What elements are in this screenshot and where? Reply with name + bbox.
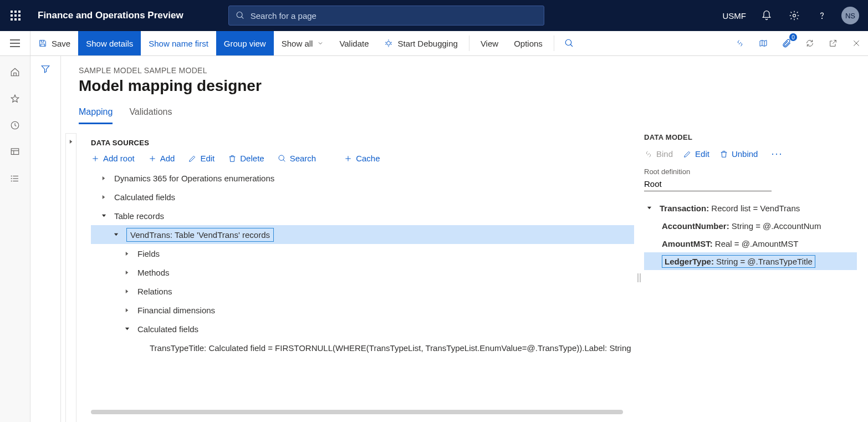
filter-rail — [30, 56, 61, 422]
options-dropdown[interactable]: Options — [506, 31, 550, 55]
tree-node-calculated-fields[interactable]: Calculated fields — [91, 187, 634, 206]
app-launcher-icon[interactable] — [0, 0, 31, 31]
tree-node-vendtrans[interactable]: VendTrans: Table 'VendTrans' records — [91, 225, 634, 244]
chevron-right-icon — [69, 139, 74, 144]
navigation-rail — [0, 56, 30, 422]
dm-node-accountnumber[interactable]: AccountNumber: String = @.AccountNum — [644, 217, 857, 235]
svg-line-15 — [570, 44, 573, 47]
close-button[interactable] — [845, 31, 868, 55]
horizontal-scrollbar[interactable] — [91, 410, 623, 414]
expand-icon[interactable] — [99, 192, 109, 202]
content: SAMPLE MODEL SAMPLE MODEL Model mapping … — [61, 56, 868, 422]
expand-icon[interactable] — [122, 286, 132, 296]
edit-binding-button[interactable]: Edit — [683, 149, 709, 159]
expand-icon[interactable] — [99, 173, 109, 183]
map-button[interactable] — [752, 31, 775, 55]
collapse-icon[interactable] — [111, 230, 121, 240]
link-button[interactable] — [728, 31, 752, 55]
add-button[interactable]: Add — [148, 154, 175, 163]
expand-icon[interactable] — [122, 305, 132, 315]
refresh-button[interactable] — [798, 31, 821, 55]
save-button[interactable]: Save — [30, 31, 78, 55]
page-header: SAMPLE MODEL SAMPLE MODEL Model mapping … — [61, 56, 868, 124]
nav-toggle-button[interactable] — [0, 31, 30, 55]
show-all-dropdown[interactable]: Show all — [274, 31, 332, 55]
more-actions-button[interactable]: ··· — [771, 148, 783, 160]
recent-button[interactable] — [3, 114, 27, 137]
workspace-icon — [10, 147, 20, 157]
svg-point-0 — [237, 12, 242, 18]
delete-button[interactable]: Delete — [228, 154, 264, 163]
close-icon — [852, 39, 861, 48]
panel-collapse-handle[interactable] — [65, 133, 76, 422]
user-avatar[interactable]: NS — [841, 7, 859, 24]
notifications-icon[interactable] — [754, 0, 779, 31]
tree-node-relations[interactable]: Relations — [91, 282, 634, 301]
tab-validations[interactable]: Validations — [129, 107, 172, 124]
tree-node-calculated-fields-2[interactable]: Calculated fields — [91, 319, 634, 338]
dm-node-transaction[interactable]: Transaction: Record list = VendTrans — [644, 199, 857, 217]
collapse-icon[interactable] — [122, 324, 132, 334]
collapse-icon[interactable] — [644, 203, 654, 213]
grip-icon — [637, 272, 641, 283]
svg-point-26 — [11, 179, 12, 179]
tree-node-fields[interactable]: Fields — [91, 244, 634, 263]
tree-node-table-records[interactable]: Table records — [91, 206, 634, 225]
toolbar-search-button[interactable] — [558, 31, 581, 55]
global-search[interactable] — [228, 6, 544, 26]
filter-button[interactable] — [40, 64, 50, 422]
star-icon — [10, 94, 20, 104]
settings-icon[interactable] — [782, 0, 807, 31]
tree-node-transtypetitle[interactable]: TransTypeTitle: Calculated field = FIRST… — [91, 338, 634, 357]
dm-node-ledgertype[interactable]: LedgerType: String = @.TransTypeTitle — [644, 252, 857, 270]
view-dropdown[interactable]: View — [473, 31, 506, 55]
unbind-button[interactable]: Unbind — [719, 149, 758, 159]
workspaces-button[interactable] — [3, 140, 27, 164]
svg-line-10 — [385, 42, 386, 43]
dm-node-amountmst[interactable]: AmountMST: Real = @.AmountMST — [644, 235, 857, 252]
search-button[interactable]: Search — [278, 154, 316, 163]
popout-icon — [829, 39, 838, 48]
company-code[interactable]: USMF — [717, 11, 752, 21]
modules-button[interactable] — [3, 167, 27, 190]
group-view-button[interactable]: Group view — [216, 31, 274, 55]
home-button[interactable] — [3, 60, 27, 84]
tree-node-financial-dimensions[interactable]: Financial dimensions — [91, 301, 634, 319]
expand-icon[interactable] — [122, 248, 132, 258]
cache-button[interactable]: Cache — [344, 154, 380, 163]
trash-icon — [228, 154, 237, 163]
clock-icon — [10, 120, 20, 130]
svg-point-25 — [11, 176, 12, 176]
help-icon[interactable] — [809, 0, 835, 31]
panel-splitter[interactable] — [634, 133, 644, 422]
root-definition-input[interactable] — [644, 177, 772, 191]
data-sources-tree: Dynamics 365 for Operations enumerations… — [91, 169, 634, 404]
favorites-button[interactable] — [3, 87, 27, 110]
attachments-button[interactable]: 0 — [775, 31, 798, 55]
plus-icon — [344, 154, 353, 163]
add-root-button[interactable]: Add root — [91, 154, 135, 163]
attachments-badge: 0 — [789, 33, 797, 41]
data-model-title: DATA MODEL — [644, 133, 857, 141]
workspace: DATA SOURCES Add root Add Edit Delete Se… — [61, 124, 868, 422]
tree-node-methods[interactable]: Methods — [91, 263, 634, 282]
search-icon — [564, 38, 574, 48]
svg-point-3 — [822, 18, 823, 19]
tab-mapping[interactable]: Mapping — [79, 107, 113, 124]
start-debugging-button[interactable]: Start Debugging — [376, 31, 465, 55]
svg-line-12 — [385, 44, 386, 44]
validate-button[interactable]: Validate — [331, 31, 376, 55]
plus-icon — [91, 154, 100, 163]
collapse-icon[interactable] — [99, 211, 109, 221]
expand-icon[interactable] — [122, 267, 132, 277]
show-name-first-button[interactable]: Show name first — [141, 31, 216, 55]
popout-button[interactable] — [821, 31, 845, 55]
search-input[interactable] — [251, 11, 537, 21]
edit-button[interactable]: Edit — [188, 154, 215, 163]
tree-node-enumerations[interactable]: Dynamics 365 for Operations enumerations — [91, 169, 634, 187]
data-model-tree: Transaction: Record list = VendTrans Acc… — [644, 199, 857, 270]
show-details-button[interactable]: Show details — [78, 31, 141, 55]
svg-point-14 — [565, 39, 571, 45]
home-icon — [10, 67, 20, 77]
data-model-actions: Bind Edit Unbind ··· — [644, 148, 857, 160]
